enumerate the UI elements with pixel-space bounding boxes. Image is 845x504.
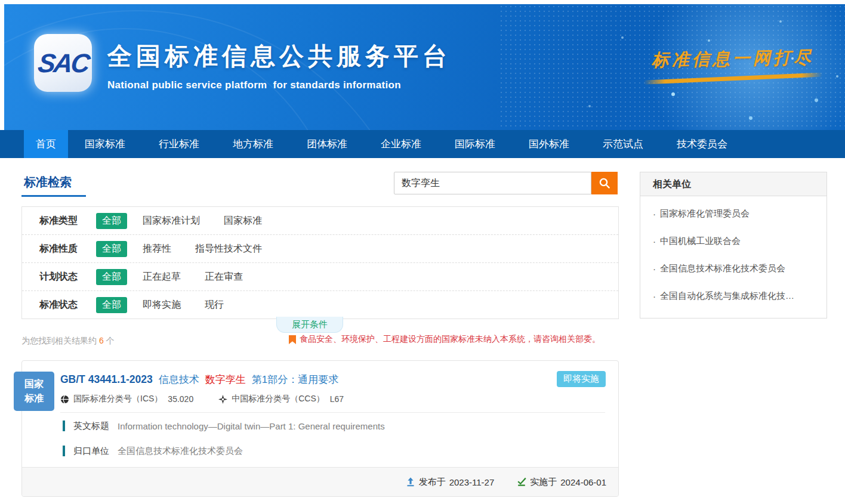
bookmark-icon (289, 335, 296, 344)
filter-option[interactable]: 指导性技术文件 (195, 243, 262, 255)
nav-tab-6[interactable]: 国际标准 (438, 130, 512, 158)
filter-row: 标准状态全部即将实施现行 (22, 290, 618, 319)
nav-tab-8[interactable]: 示范试点 (586, 130, 660, 158)
nav-tab-5[interactable]: 企业标准 (364, 130, 438, 158)
filter-option[interactable]: 国家标准计划 (143, 215, 200, 227)
nav-tab-label[interactable]: 首页 (24, 130, 68, 158)
standard-title: GB/T 43441.1-2023 信息技术数字孪生第1部分：通用要求 (60, 373, 338, 386)
row-accent-bar (63, 446, 65, 456)
nav-tab-0[interactable]: 首页 (24, 130, 68, 158)
related-units-title: 相关单位 (640, 172, 827, 196)
filter-row: 计划状态全部正在起草正在审查 (22, 262, 618, 290)
section-title: 标准检索 (24, 174, 72, 190)
detail-row: 英文标题Information technology—Digital twin—… (63, 413, 605, 438)
result-count-number: 6 (99, 336, 104, 345)
classification-label: 国际标准分类号（ICS） (73, 394, 162, 404)
filter-label: 计划状态 (39, 271, 96, 283)
standard-title-segments: 信息技术数字孪生第1部分：通用要求 (159, 373, 338, 386)
nav-tab-7[interactable]: 国外标准 (512, 130, 586, 158)
filter-option[interactable]: 即将实施 (143, 299, 181, 311)
implement-icon (517, 477, 526, 487)
system-notice-text: 食品安全、环境保护、工程建设方面的国家标准未纳入本系统，请咨询相关部委。 (300, 334, 600, 345)
banner-slogan: 标准信息一网打尽 (652, 46, 823, 82)
nav-tab-2[interactable]: 行业标准 (142, 130, 216, 158)
banner-slogan-text: 标准信息一网打尽 (652, 46, 823, 73)
status-badge: 即将实施 (557, 371, 606, 387)
globe-icon (60, 395, 69, 404)
main-content: 标准检索 标准类型全部国家标准计划国家标准标准性质全部推荐性指导性技术文件计划状… (0, 158, 845, 504)
site-banner: SAC 全国标准信息公共服务平台 National public service… (4, 4, 845, 130)
sac-logo-text: SAC (36, 48, 90, 78)
glow-dots-decoration (4, 4, 5, 5)
nav-tab-9[interactable]: 技术委员会 (660, 130, 744, 158)
related-unit-link[interactable]: 中国机械工业联合会 (653, 227, 817, 255)
type-badge-line: 国家 (24, 377, 44, 391)
filter-panel: 标准类型全部国家标准计划国家标准标准性质全部推荐性指导性技术文件计划状态全部正在… (21, 206, 619, 319)
nav-tab-3[interactable]: 地方标准 (216, 130, 290, 158)
standard-type-badge: 国家 标准 (14, 372, 54, 411)
standard-title-segment[interactable]: 信息技术 (159, 373, 199, 386)
result-count-prefix: 为您找到相关结果约 (21, 336, 97, 345)
filter-selected-badge[interactable]: 全部 (96, 297, 127, 313)
date-label: 实施于 (530, 477, 557, 488)
site-titles: 全国标准信息公共服务平台 National public service pla… (107, 40, 451, 91)
card-divider (60, 412, 605, 413)
classification-value: 35.020 (168, 394, 193, 404)
standard-title-highlight[interactable]: 数字孪生 (205, 373, 246, 386)
filter-selected-badge[interactable]: 全部 (96, 213, 127, 229)
nav-tab-label[interactable]: 国外标准 (512, 130, 586, 158)
filter-label: 标准类型 (39, 215, 96, 227)
result-count: 为您找到相关结果约6个 (21, 336, 115, 347)
standard-card: 国家 标准 GB/T 43441.1-2023 信息技术数字孪生第1部分：通用要… (21, 360, 619, 497)
filter-option[interactable]: 现行 (205, 299, 224, 311)
nav-tab-4[interactable]: 团体标准 (290, 130, 364, 158)
main-nav: 首页国家标准行业标准地方标准团体标准企业标准国际标准国外标准示范试点技术委员会 (0, 130, 845, 158)
search-input[interactable] (394, 172, 591, 194)
related-unit-link[interactable]: 全国信息技术标准化技术委员会 (653, 255, 817, 282)
card-detail-rows: 英文标题Information technology—Digital twin—… (63, 413, 605, 463)
date-label: 发布于 (419, 477, 446, 488)
row-accent-bar (63, 420, 65, 431)
compass-icon (218, 395, 227, 404)
nav-tab-label[interactable]: 地方标准 (216, 130, 290, 158)
related-unit-link[interactable]: 国家标准化管理委员会 (653, 200, 817, 227)
nav-tab-label[interactable]: 行业标准 (142, 130, 216, 158)
filter-option[interactable]: 推荐性 (143, 243, 171, 255)
filter-options: 正在起草正在审查 (143, 271, 243, 283)
nav-tab-label[interactable]: 国际标准 (438, 130, 512, 158)
filter-option[interactable]: 正在审查 (205, 271, 243, 283)
expand-conditions-button[interactable]: 展开条件 (276, 317, 343, 333)
section-title-underline (21, 195, 86, 197)
publish-icon (406, 477, 415, 487)
card-footer: 发布于2023-11-27实施于2024-06-01 (22, 467, 618, 496)
nav-tab-label[interactable]: 示范试点 (586, 130, 660, 158)
filter-label: 标准性质 (39, 243, 96, 255)
filter-label: 标准状态 (39, 299, 96, 311)
date-item: 实施于2024-06-01 (517, 477, 606, 488)
classification-row: 国际标准分类号（ICS）35.020中国标准分类号（CCS）L67 (60, 394, 344, 404)
sac-logo[interactable]: SAC (34, 34, 92, 92)
nav-tab-1[interactable]: 国家标准 (68, 130, 142, 158)
filter-row: 标准性质全部推荐性指导性技术文件 (22, 234, 618, 262)
filter-selected-badge[interactable]: 全部 (96, 241, 127, 257)
nav-tab-label[interactable]: 团体标准 (290, 130, 364, 158)
filter-options: 推荐性指导性技术文件 (143, 243, 262, 255)
detail-value: 全国信息技术标准化技术委员会 (118, 446, 243, 457)
filter-selected-badge[interactable]: 全部 (96, 269, 127, 285)
date-value: 2024-06-01 (560, 477, 606, 487)
filter-option[interactable]: 正在起草 (143, 271, 181, 283)
related-unit-link[interactable]: 全国自动化系统与集成标准化技… (653, 282, 817, 310)
classification-value: L67 (330, 394, 344, 404)
site-title: 全国标准信息公共服务平台 (107, 40, 451, 73)
filter-option[interactable]: 国家标准 (224, 215, 262, 227)
nav-tab-label[interactable]: 国家标准 (68, 130, 142, 158)
standard-code-link[interactable]: GB/T 43441.1-2023 (60, 373, 153, 386)
page: SAC 全国标准信息公共服务平台 National public service… (0, 0, 845, 504)
standard-title-segment[interactable]: 第1部分：通用要求 (252, 373, 338, 386)
nav-tab-label[interactable]: 企业标准 (364, 130, 438, 158)
classification-label: 中国标准分类号（CCS） (232, 394, 325, 404)
nav-tab-label[interactable]: 技术委员会 (660, 130, 744, 158)
classification-item: 中国标准分类号（CCS）L67 (218, 394, 344, 404)
site-subtitle: National public service platform for sta… (107, 79, 451, 91)
search-button[interactable] (591, 172, 618, 194)
